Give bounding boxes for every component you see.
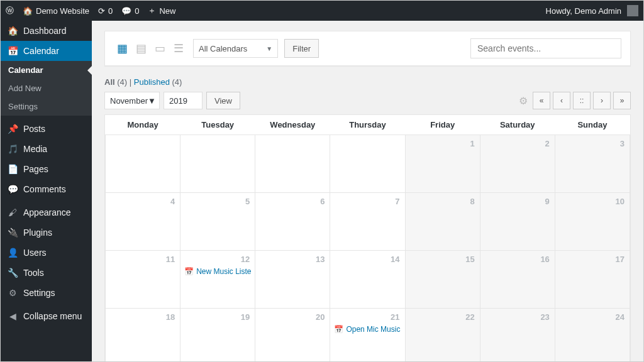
search-input[interactable] <box>470 38 621 58</box>
day-cell[interactable]: 8 <box>405 193 480 251</box>
caret-icon: ▼ <box>148 96 156 106</box>
day-cell[interactable]: 14 <box>330 251 405 309</box>
pager-prev[interactable]: ‹ <box>553 92 570 109</box>
day-cell[interactable]: 24 <box>555 309 630 362</box>
dashboard-icon: 🏠 <box>7 26 18 36</box>
col-sun: Sunday <box>555 115 630 135</box>
plug-icon: 🔌 <box>7 228 18 238</box>
new-content[interactable]: ＋ New <box>148 5 175 16</box>
caret-icon: ▼ <box>266 45 272 52</box>
col-fri: Friday <box>405 115 480 135</box>
day-cell[interactable]: 1 <box>405 135 480 193</box>
admin-bar: ⓦ 🏠 Demo Website ⟳ 0 💬 0 ＋ New Howdy, De… <box>1 1 643 21</box>
comments-bubble[interactable]: 💬 0 <box>121 6 139 16</box>
sliders-icon: ⚙ <box>7 288 18 298</box>
day-cell[interactable]: 11 <box>106 251 180 309</box>
avatar <box>627 5 638 16</box>
col-mon: Monday <box>106 115 180 135</box>
day-cell[interactable]: 9 <box>480 193 555 251</box>
menu-comments[interactable]: 💬Comments <box>1 179 92 199</box>
pager-first[interactable]: « <box>533 92 550 109</box>
gear-icon[interactable]: ⚙ <box>519 95 528 107</box>
day-cell[interactable]: 7 <box>330 193 405 251</box>
menu-media[interactable]: 🎵Media <box>1 139 92 159</box>
content-area: ▦ ▤ ▭ ☰ All Calendars▼ Filter All (4) | … <box>92 21 643 361</box>
calendar-icon: 📅 <box>7 46 18 56</box>
menu-pages[interactable]: 📄Pages <box>1 159 92 179</box>
menu-users[interactable]: 👤Users <box>1 243 92 263</box>
submenu-settings[interactable]: Settings <box>1 97 92 116</box>
day-cell[interactable]: 19 <box>180 309 255 362</box>
wrench-icon: 🔧 <box>7 268 18 278</box>
comment-icon: 💬 <box>7 184 18 194</box>
menu-plugins[interactable]: 🔌Plugins <box>1 222 92 243</box>
filter-button[interactable]: Filter <box>284 39 319 58</box>
submenu-calendar-item[interactable]: Calendar <box>1 61 92 79</box>
collapse-icon: ◀ <box>7 311 18 321</box>
calendar-nav: November▼ View ⚙ « ‹ :: › » <box>104 92 631 109</box>
site-link[interactable]: 🏠 Demo Website <box>23 6 89 16</box>
howdy[interactable]: Howdy, Demo Admin <box>546 5 638 16</box>
col-wed: Wednesday <box>255 115 330 135</box>
wp-logo[interactable]: ⓦ <box>6 5 14 16</box>
day-cell[interactable]: 20 <box>255 309 330 362</box>
brush-icon: 🖌 <box>7 207 18 217</box>
user-icon: 👤 <box>7 248 18 258</box>
col-sat: Saturday <box>480 115 555 135</box>
day-cell[interactable] <box>106 135 180 193</box>
menu-appearance[interactable]: 🖌Appearance <box>1 202 92 222</box>
admin-sidebar: 🏠Dashboard 📅Calendar Calendar Add New Se… <box>1 21 92 361</box>
pager: « ‹ :: › » <box>533 92 631 109</box>
year-input[interactable] <box>164 92 203 109</box>
day-cell[interactable]: 5 <box>180 193 255 251</box>
pager-today[interactable]: :: <box>573 92 591 109</box>
view-week[interactable]: ▤ <box>133 40 149 57</box>
filter-published[interactable]: Published <box>134 77 170 87</box>
day-cell[interactable]: 17 <box>555 251 630 309</box>
day-cell[interactable] <box>180 135 255 193</box>
calendars-select[interactable]: All Calendars▼ <box>193 39 278 58</box>
menu-dashboard[interactable]: 🏠Dashboard <box>1 21 92 41</box>
day-cell[interactable]: 4 <box>106 193 180 251</box>
pin-icon: 📌 <box>7 124 18 134</box>
day-cell[interactable]: 22 <box>405 309 480 362</box>
calendar-toolbar: ▦ ▤ ▭ ☰ All Calendars▼ Filter <box>104 31 631 66</box>
day-cell[interactable]: 10 <box>555 193 630 251</box>
day-cell[interactable] <box>330 135 405 193</box>
view-button[interactable]: View <box>206 92 240 109</box>
menu-calendar[interactable]: 📅Calendar <box>1 41 92 61</box>
submenu-calendar: Calendar Add New Settings <box>1 61 92 116</box>
event-item[interactable]: 📅 Open Mic Music ... <box>334 325 401 334</box>
day-cell[interactable]: 18 <box>106 309 180 362</box>
day-cell[interactable]: 3 <box>555 135 630 193</box>
menu-settings[interactable]: ⚙Settings <box>1 283 92 303</box>
day-cell[interactable] <box>255 135 330 193</box>
month-select[interactable]: November▼ <box>104 92 160 109</box>
menu-posts[interactable]: 📌Posts <box>1 119 92 139</box>
menu-tools[interactable]: 🔧Tools <box>1 263 92 283</box>
day-cell[interactable]: 6 <box>255 193 330 251</box>
day-cell[interactable]: 23 <box>480 309 555 362</box>
day-cell[interactable]: 12📅 New Music Listeni... <box>180 251 255 309</box>
pager-next[interactable]: › <box>593 92 611 109</box>
day-cell[interactable]: 21📅 Open Mic Music ... <box>330 309 405 362</box>
media-icon: 🎵 <box>7 144 18 154</box>
menu-collapse[interactable]: ◀Collapse menu <box>1 306 92 326</box>
page-icon: 📄 <box>7 164 18 174</box>
submenu-addnew[interactable]: Add New <box>1 79 92 97</box>
view-list[interactable]: ☰ <box>170 40 187 57</box>
day-cell[interactable]: 2 <box>480 135 555 193</box>
day-cell[interactable]: 15 <box>405 251 480 309</box>
day-cell[interactable]: 13 <box>255 251 330 309</box>
updates[interactable]: ⟳ 0 <box>98 6 113 16</box>
day-cell[interactable]: 16 <box>480 251 555 309</box>
event-item[interactable]: 📅 New Music Listeni... <box>184 267 251 276</box>
filter-all[interactable]: All <box>104 77 115 87</box>
site-name: Demo Website <box>36 6 89 16</box>
view-month[interactable]: ▦ <box>114 40 130 57</box>
pager-last[interactable]: » <box>613 92 631 109</box>
col-thu: Thursday <box>330 115 405 135</box>
view-day[interactable]: ▭ <box>152 40 168 57</box>
col-tue: Tuesday <box>180 115 255 135</box>
subsubsub: All (4) | Published (4) <box>104 77 631 87</box>
